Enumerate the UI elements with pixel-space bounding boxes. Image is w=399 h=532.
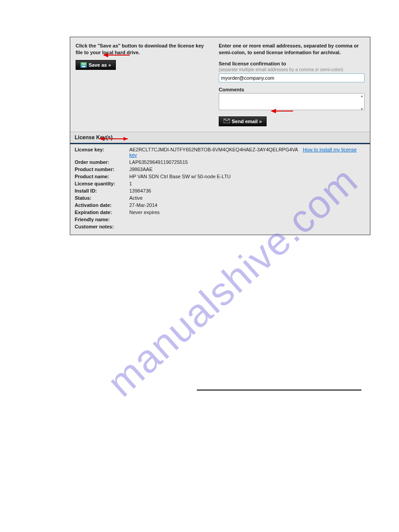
row-product-name: Product name: HP VAN SDN Ctrl Base SW w/… (75, 173, 365, 180)
row-customer-notes: Customer notes: (75, 223, 365, 230)
disk-icon (81, 62, 87, 68)
top-section: Click the "Save as" button to download t… (70, 37, 370, 132)
email-confirm-hint: (separate multiple email addresses by a … (219, 67, 365, 72)
license-keys-header: License Key(s) (70, 132, 370, 144)
status-label: Status: (75, 195, 129, 201)
license-key-label: License key: (75, 147, 129, 158)
row-activation-date: Activation date: 27-Mar-2014 (75, 202, 365, 209)
scroll-down-icon[interactable]: ▼ (360, 107, 364, 111)
license-quantity-value: 1 (129, 181, 132, 186)
send-email-button-label: Send email » (232, 119, 262, 124)
svg-rect-1 (81, 63, 86, 65)
row-expiration-date: Expiration date: Never expires (75, 209, 365, 216)
expiration-date-value: Never expires (129, 210, 160, 215)
row-install-id: Install ID: 13984736 (75, 187, 365, 194)
row-order-number: Order number: LAP635296491190725515 (75, 159, 365, 166)
row-friendly-name: Friendly name: (75, 216, 365, 223)
comments-wrap: ▲ ▼ (219, 93, 365, 112)
email-instruction: Enter one or more email addresses, separ… (219, 43, 365, 56)
save-as-button[interactable]: Save as » (76, 60, 116, 70)
email-column: Enter one or more email addresses, separ… (219, 43, 365, 126)
activation-date-value: 27-Mar-2014 (129, 202, 157, 208)
save-as-button-label: Save as » (89, 62, 111, 68)
install-id-label: Install ID: (75, 188, 129, 193)
customer-notes-label: Customer notes: (75, 224, 129, 229)
save-as-column: Click the "Save as" button to download t… (76, 43, 210, 126)
envelope-icon (224, 119, 230, 124)
order-number-label: Order number: (75, 159, 129, 165)
friendly-name-label: Friendly name: (75, 217, 129, 222)
license-key-text: AE2RCLT7CJMDI-NJTFY652NBTOB-6VM4QKEQ4HAE… (129, 147, 298, 152)
comments-label: Comments (219, 87, 365, 92)
license-key-value: AE2RCLT7CJMDI-NJTFY652NBTOB-6VM4QKEQ4HAE… (129, 147, 365, 158)
email-confirm-label: Send license confirmation to (219, 61, 365, 66)
order-number-value: LAP635296491190725515 (129, 159, 188, 165)
row-product-number: Product number: J9863AAE (75, 166, 365, 173)
product-name-label: Product name: (75, 174, 129, 179)
comments-textarea[interactable] (219, 93, 365, 110)
product-name-value: HP VAN SDN Ctrl Base SW w/ 50-node E-LTU (129, 174, 231, 179)
license-details: License key: AE2RCLT7CJMDI-NJTFY652NBTOB… (70, 144, 370, 235)
license-quantity-label: License quantity: (75, 181, 129, 186)
send-email-button[interactable]: Send email » (219, 116, 267, 126)
scroll-up-icon[interactable]: ▲ (360, 94, 364, 98)
status-value: Active (129, 195, 143, 201)
expiration-date-label: Expiration date: (75, 210, 129, 215)
product-number-value: J9863AAE (129, 167, 153, 172)
svg-rect-2 (82, 66, 85, 67)
activation-date-label: Activation date: (75, 202, 129, 208)
product-number-label: Product number: (75, 167, 129, 172)
save-as-instruction: Click the "Save as" button to download t… (76, 43, 210, 56)
row-license-quantity: License quantity: 1 (75, 180, 365, 187)
install-id-value: 13984736 (129, 188, 151, 193)
row-license-key: License key: AE2RCLT7CJMDI-NJTFY652NBTOB… (75, 146, 365, 159)
footer-divider (197, 390, 361, 390)
license-panel: Click the "Save as" button to download t… (70, 37, 370, 235)
row-status: Status: Active (75, 194, 365, 202)
email-input[interactable] (219, 73, 365, 82)
